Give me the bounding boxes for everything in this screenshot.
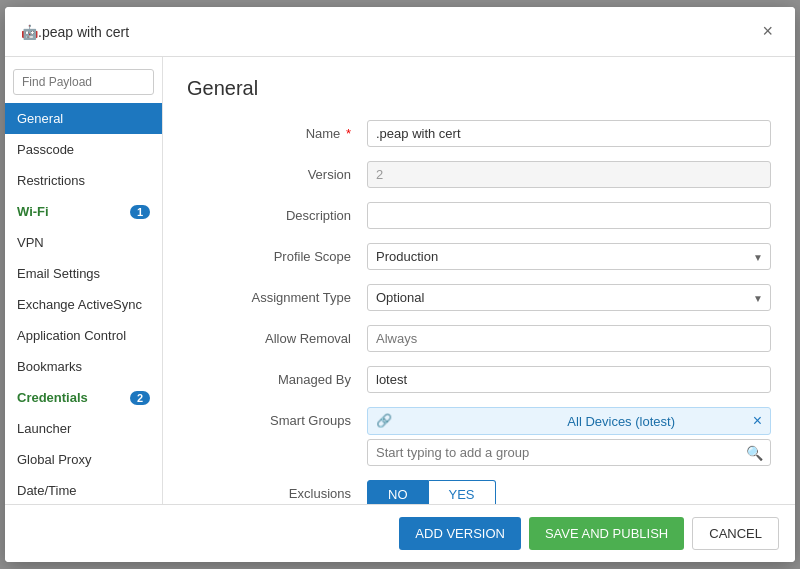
description-input[interactable] — [367, 202, 771, 229]
sidebar-item-exchange-activesync[interactable]: Exchange ActiveSync — [5, 289, 162, 320]
search-icon: 🔍 — [746, 445, 763, 461]
main-content: General Name * Version — [163, 57, 795, 504]
version-input — [367, 161, 771, 188]
smart-groups-control: 🔗 All Devices (lotest) × 🔍 — [367, 407, 771, 466]
close-button[interactable]: × — [756, 19, 779, 44]
sidebar-item-label: VPN — [17, 235, 44, 250]
version-label: Version — [187, 161, 367, 182]
assignment-type-select-wrap: Optional Required Not Assigned ▼ — [367, 284, 771, 311]
assignment-type-control: Optional Required Not Assigned ▼ — [367, 284, 771, 311]
profile-scope-row: Profile Scope Production Optional ▼ — [187, 243, 771, 270]
sidebar-item-label: Wi-Fi — [17, 204, 49, 219]
profile-scope-control: Production Optional ▼ — [367, 243, 771, 270]
section-title: General — [187, 77, 771, 100]
sidebar-item-application-control[interactable]: Application Control — [5, 320, 162, 351]
smart-group-icon: 🔗 — [376, 413, 561, 429]
sidebar-item-label: Date/Time — [17, 483, 76, 498]
profile-scope-select-wrap: Production Optional ▼ — [367, 243, 771, 270]
allow-removal-row: Allow Removal — [187, 325, 771, 352]
modal-body: General Passcode Restrictions Wi-Fi 1 VP… — [5, 57, 795, 504]
exclusions-yes-button[interactable]: YES — [429, 480, 496, 504]
modal-overlay: 🤖 .peap with cert × General Passcode Res… — [0, 0, 800, 569]
smart-groups-label: Smart Groups — [187, 407, 367, 428]
sidebar-item-email-settings[interactable]: Email Settings — [5, 258, 162, 289]
sidebar-item-datetime[interactable]: Date/Time — [5, 475, 162, 504]
managed-by-label: Managed By — [187, 366, 367, 387]
name-control — [367, 120, 771, 147]
sidebar-item-label: Global Proxy — [17, 452, 91, 467]
smart-group-tag: 🔗 All Devices (lotest) × — [367, 407, 771, 435]
sidebar-item-wifi[interactable]: Wi-Fi 1 — [5, 196, 162, 227]
description-control — [367, 202, 771, 229]
sidebar-item-vpn[interactable]: VPN — [5, 227, 162, 258]
name-label: Name * — [187, 120, 367, 141]
smart-groups-row: Smart Groups 🔗 All Devices (lotest) × 🔍 — [187, 407, 771, 466]
modal-footer: ADD VERSION SAVE AND PUBLISH CANCEL — [5, 504, 795, 562]
sidebar-item-bookmarks[interactable]: Bookmarks — [5, 351, 162, 382]
sidebar-item-credentials[interactable]: Credentials 2 — [5, 382, 162, 413]
assignment-type-row: Assignment Type Optional Required Not As… — [187, 284, 771, 311]
sidebar-item-launcher[interactable]: Launcher — [5, 413, 162, 444]
managed-by-row: Managed By — [187, 366, 771, 393]
exclusions-row: Exclusions NO YES VIEW DEVICE ASSIGNMENT — [187, 480, 771, 504]
sidebar-item-general[interactable]: General — [5, 103, 162, 134]
assignment-type-label: Assignment Type — [187, 284, 367, 305]
cancel-button[interactable]: CANCEL — [692, 517, 779, 550]
version-row: Version — [187, 161, 771, 188]
required-indicator: * — [346, 126, 351, 141]
smart-group-search-input[interactable] — [367, 439, 771, 466]
wifi-badge: 1 — [130, 205, 150, 219]
managed-by-control — [367, 366, 771, 393]
smart-group-name: All Devices (lotest) — [567, 414, 752, 429]
sidebar-item-label: Launcher — [17, 421, 71, 436]
name-row: Name * — [187, 120, 771, 147]
name-input[interactable] — [367, 120, 771, 147]
allow-removal-control — [367, 325, 771, 352]
assignment-type-select[interactable]: Optional Required Not Assigned — [367, 284, 771, 311]
sidebar-item-label: Exchange ActiveSync — [17, 297, 142, 312]
profile-scope-select[interactable]: Production Optional — [367, 243, 771, 270]
sidebar-item-label: Restrictions — [17, 173, 85, 188]
sidebar-item-label: Email Settings — [17, 266, 100, 281]
allow-removal-label: Allow Removal — [187, 325, 367, 346]
sidebar-item-label: Application Control — [17, 328, 126, 343]
android-icon: 🤖 — [21, 24, 38, 40]
sidebar-item-global-proxy[interactable]: Global Proxy — [5, 444, 162, 475]
sidebar-item-label: General — [17, 111, 63, 126]
smart-group-search: 🔍 — [367, 439, 771, 466]
version-control — [367, 161, 771, 188]
description-label: Description — [187, 202, 367, 223]
sidebar-item-label: Credentials — [17, 390, 88, 405]
description-row: Description — [187, 202, 771, 229]
exclusions-toggle-group: NO YES — [367, 480, 771, 504]
sidebar-item-restrictions[interactable]: Restrictions — [5, 165, 162, 196]
exclusions-control: NO YES VIEW DEVICE ASSIGNMENT — [367, 480, 771, 504]
sidebar: General Passcode Restrictions Wi-Fi 1 VP… — [5, 57, 163, 504]
sidebar-item-label: Passcode — [17, 142, 74, 157]
credentials-badge: 2 — [130, 391, 150, 405]
sidebar-item-label: Bookmarks — [17, 359, 82, 374]
managed-by-input[interactable] — [367, 366, 771, 393]
modal-header: 🤖 .peap with cert × — [5, 7, 795, 57]
profile-scope-label: Profile Scope — [187, 243, 367, 264]
exclusions-label: Exclusions — [187, 480, 367, 501]
remove-smart-group-button[interactable]: × — [753, 412, 762, 430]
modal-title: .peap with cert — [38, 24, 756, 40]
allow-removal-input[interactable] — [367, 325, 771, 352]
save-and-publish-button[interactable]: SAVE AND PUBLISH — [529, 517, 684, 550]
find-payload-input[interactable] — [13, 69, 154, 95]
add-version-button[interactable]: ADD VERSION — [399, 517, 521, 550]
sidebar-item-passcode[interactable]: Passcode — [5, 134, 162, 165]
exclusions-no-button[interactable]: NO — [367, 480, 429, 504]
modal: 🤖 .peap with cert × General Passcode Res… — [5, 7, 795, 562]
